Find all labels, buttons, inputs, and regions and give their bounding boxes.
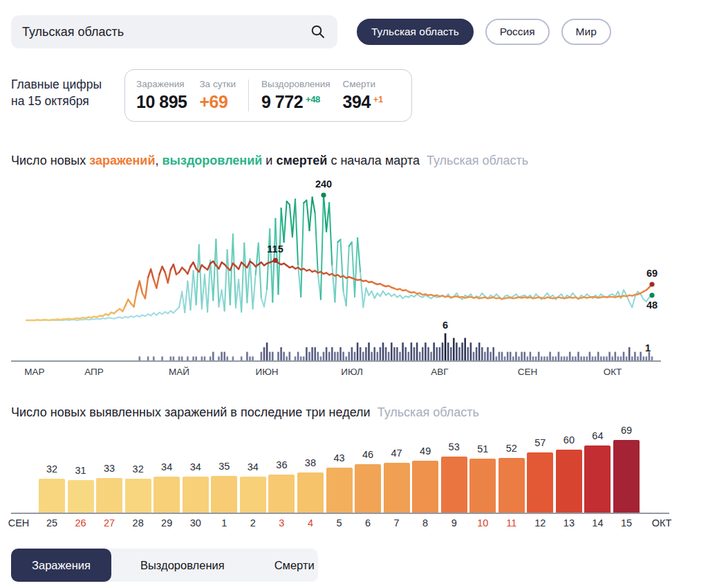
deaths-bar: [499, 352, 501, 361]
series-segment-выздоровления: [185, 281, 187, 312]
search-icon[interactable]: [310, 24, 326, 40]
month-label: ИЮН: [255, 367, 278, 377]
series-segment-выздоровления: [227, 250, 230, 304]
deaths-bar: [628, 347, 631, 361]
deaths-bar: [286, 356, 288, 361]
deaths-bar: [300, 356, 302, 361]
series-segment-выздоровления: [335, 242, 337, 302]
deaths-bar: [634, 352, 636, 361]
deaths-bar: [408, 352, 410, 361]
deaths-bar: [280, 347, 282, 361]
deaths-bar: [425, 342, 427, 361]
deaths-bar: [504, 356, 506, 361]
recent-infections-chart: СЕНОКТ3225312633273228342934303513423633…: [0, 425, 708, 542]
deaths-bar: [399, 352, 401, 361]
region-pill-russia[interactable]: Россия: [485, 19, 550, 45]
search-input[interactable]: [22, 25, 310, 39]
stat-daily-value: +69: [199, 92, 236, 112]
tab-deaths[interactable]: Смерти: [254, 549, 335, 582]
series-segment-выздоровления: [363, 288, 366, 307]
deaths-bar: [478, 342, 481, 361]
recent-bar-date: 14: [592, 517, 603, 529]
deaths-bar: [563, 356, 566, 361]
series-segment-выздоровления: [199, 245, 202, 309]
axis-start-label: СЕН: [8, 517, 30, 529]
deaths-bar: [263, 347, 266, 361]
deaths-bar: [569, 352, 571, 361]
deaths-bar: [314, 347, 316, 361]
recent-bar: [613, 440, 640, 513]
deaths-bar: [360, 347, 362, 361]
search-box[interactable]: [11, 15, 337, 48]
deaths-bar: [306, 347, 308, 361]
recent-bar-date: 29: [161, 517, 172, 529]
deaths-bar: [603, 356, 605, 361]
deaths-bar: [357, 342, 359, 361]
deaths-bar: [218, 356, 220, 361]
timeline-chart: МАРАПРМАЙИЮНИЮЛАВГСЕНОКТ115240694861: [0, 173, 708, 387]
recent-bar-value: 34: [248, 461, 259, 472]
deaths-bar: [637, 356, 639, 361]
deaths-bar: [419, 352, 421, 361]
deaths-bar: [555, 356, 557, 361]
recent-bar: [412, 461, 438, 513]
series-segment-выздоровления: [624, 290, 626, 295]
deaths-bar: [541, 356, 543, 361]
deaths-bar: [558, 352, 560, 361]
deaths-bar: [580, 356, 582, 361]
stat-infections: Заражения 10 895: [136, 79, 187, 112]
timeline-chart-region: Тульская область: [427, 154, 528, 167]
deaths-bar: [447, 342, 449, 361]
series-segment-выздоровления: [290, 205, 292, 237]
recent-bar-value: 46: [362, 449, 373, 460]
recent-bar-value: 53: [449, 441, 460, 452]
deaths-bar: [473, 352, 475, 361]
covid-dashboard-page: Тульская область Россия Мир Главные цифр…: [0, 0, 708, 588]
deaths-bar: [380, 347, 382, 361]
series-segment-заражения: [134, 292, 137, 307]
series-segment-выздоровления: [306, 201, 309, 231]
deaths-bar: [192, 356, 194, 361]
series-segment-выздоровления: [225, 250, 227, 311]
tab-recoveries[interactable]: Выздоровления: [120, 549, 245, 582]
series-segment-выздоровления: [275, 219, 278, 294]
deaths-bar: [416, 342, 418, 361]
recent-bar: [268, 475, 295, 513]
deaths-bar: [204, 356, 206, 361]
recent-bar-value: 33: [104, 463, 115, 474]
series-segment-выздоровления: [244, 243, 247, 302]
deaths-bar: [295, 356, 297, 361]
deaths-bar: [391, 342, 393, 361]
deaths-bar: [532, 356, 534, 361]
series-end-dot: [649, 293, 654, 297]
series-annotation: 48: [646, 300, 658, 311]
recent-bar-date: 11: [506, 517, 516, 529]
deaths-bar: [430, 352, 432, 361]
deaths-bar: [572, 356, 574, 361]
deaths-bar: [201, 356, 203, 361]
deaths-bar: [631, 356, 633, 361]
recent-chart-region: Тульская область: [378, 405, 479, 419]
deaths-bar: [221, 352, 223, 361]
recent-bar: [326, 468, 353, 513]
deaths-bar: [328, 352, 330, 361]
deaths-bar: [501, 352, 503, 361]
region-pill-tulskaya-oblast[interactable]: Тульская область: [357, 19, 474, 45]
series-segment-выздоровления: [641, 294, 644, 300]
deaths-bar: [402, 342, 404, 361]
deaths-bar: [589, 352, 591, 361]
deaths-bar: [583, 356, 585, 361]
region-pill-world[interactable]: Мир: [561, 19, 611, 45]
deaths-bar: [272, 352, 274, 361]
tab-infections[interactable]: Заражения: [11, 549, 111, 582]
deaths-bar: [623, 352, 625, 361]
recent-bar: [240, 477, 266, 513]
recent-bar-date: 15: [621, 517, 632, 529]
recent-bar-value: 47: [391, 448, 402, 459]
series-segment-выздоровления: [233, 235, 236, 308]
deaths-bar: [549, 352, 551, 361]
recent-bar: [39, 479, 65, 513]
deaths-bar: [461, 342, 463, 361]
recent-bar: [68, 480, 94, 513]
series-segment-выздоровления: [250, 259, 253, 309]
